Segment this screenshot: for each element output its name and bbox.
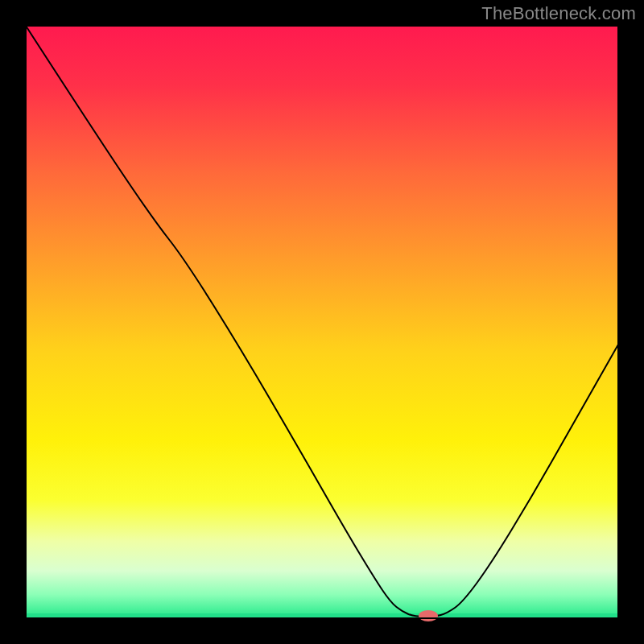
optimum-marker <box>419 610 438 621</box>
bottleneck-chart <box>0 0 644 644</box>
plot-background <box>26 26 618 618</box>
chart-container: TheBottleneck.com <box>0 0 644 644</box>
watermark-text: TheBottleneck.com <box>481 3 636 24</box>
